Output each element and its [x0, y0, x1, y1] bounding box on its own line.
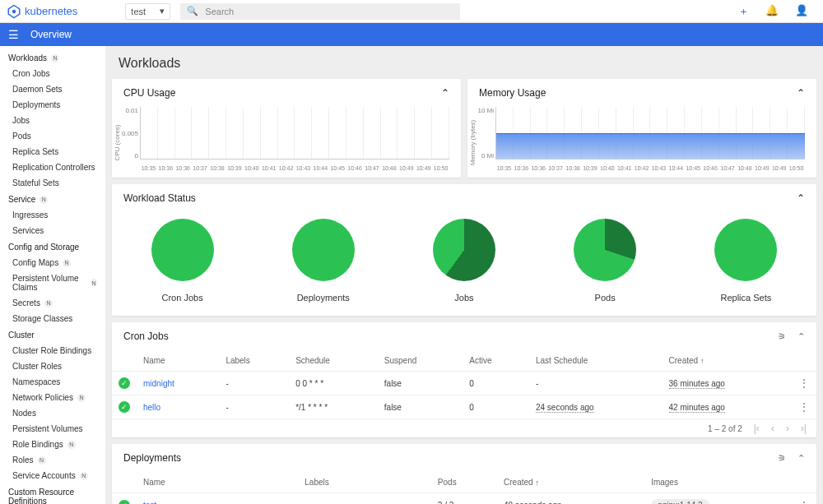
first-page-icon[interactable]: |‹	[754, 423, 760, 434]
bluebar-title: Overview	[30, 29, 72, 40]
status-pods[interactable]: Pods	[574, 219, 636, 303]
sidebar-item-stateful-sets[interactable]: Stateful Sets	[0, 175, 105, 191]
app-name: kubernetes	[25, 5, 77, 17]
sidebar-item-services[interactable]: Services	[0, 223, 105, 238]
sidebar-item-persistent-volumes[interactable]: Persistent Volumes	[0, 421, 105, 437]
collapse-icon[interactable]: ⌃	[797, 453, 805, 464]
collapse-icon[interactable]: ⌃	[797, 331, 805, 342]
image-chip: nginx:1.14.2	[651, 499, 709, 504]
svg-point-1	[12, 9, 16, 13]
sidebar-item-cron-jobs[interactable]: Cron Jobs	[0, 66, 105, 81]
cell-active: 0	[463, 372, 529, 395]
cell-labels: -	[298, 493, 431, 505]
sidebar-item-cluster-roles[interactable]: Cluster Roles	[0, 358, 105, 374]
n-badge: N	[44, 299, 53, 307]
x-ticks: 10:3510:3610:3610:3710:3810:3910:4010:41…	[140, 165, 449, 171]
filter-icon[interactable]: ⚞	[778, 453, 786, 464]
search-icon: 🔍	[187, 6, 198, 16]
col-header[interactable]: Last Schedule	[529, 350, 663, 372]
deployments-table: NameLabelsPodsCreated ↑Images ✓ test - 2…	[112, 472, 816, 504]
collapse-icon[interactable]: ⌃	[797, 192, 805, 204]
filter-icon[interactable]: ⚞	[778, 331, 786, 342]
workload-status-title: Workload Status	[123, 192, 196, 204]
sort-icon: ↑	[700, 357, 704, 365]
next-page-icon[interactable]: ›	[786, 423, 789, 434]
col-header[interactable]: Pods	[431, 472, 497, 493]
sidebar-section-custom-resource-definitions[interactable]: Custom Resource Definitions	[0, 483, 105, 504]
col-header[interactable]: Active	[463, 350, 529, 372]
cronjob-name-link[interactable]: midnight	[137, 372, 219, 395]
mem-chart: Memory (bytes) 10 Mi0 Mi 10:3510:3610:36…	[495, 107, 805, 171]
status-replica-sets[interactable]: Replica Sets	[714, 219, 777, 303]
cronjob-name-link[interactable]: hello	[137, 395, 219, 419]
collapse-icon[interactable]: ⌃	[797, 87, 805, 99]
search-input[interactable]: 🔍 Search	[180, 3, 460, 20]
cronjobs-card: Cron Jobs ⚞ ⌃ NameLabelsScheduleSuspendA…	[112, 322, 816, 437]
mem-fill	[496, 133, 805, 160]
col-header[interactable]: Name	[137, 350, 219, 372]
sidebar-item-nodes[interactable]: Nodes	[0, 405, 105, 421]
cpu-chart: CPU (cores) 0.010.0050 10:3510:3610:3610…	[140, 107, 449, 171]
bell-icon[interactable]: 🔔	[765, 4, 779, 19]
row-menu-icon[interactable]: ⋮	[798, 377, 810, 390]
sidebar-item-role-bindings[interactable]: Role Bindings N	[0, 437, 105, 452]
namespace-select[interactable]: test ▾	[125, 3, 170, 20]
prev-page-icon[interactable]: ‹	[771, 423, 774, 434]
status-ok-icon: ✓	[119, 500, 130, 505]
sidebar-item-service-accounts[interactable]: Service Accounts N	[0, 468, 105, 483]
col-header[interactable]: Images	[644, 472, 792, 493]
col-header[interactable]: Labels	[298, 472, 431, 493]
status-ok-icon: ✓	[119, 401, 130, 413]
user-icon[interactable]: 👤	[795, 4, 808, 19]
deployment-name-link[interactable]: test	[137, 493, 298, 505]
col-header[interactable]: Suspend	[378, 350, 463, 372]
sidebar-item-namespaces[interactable]: Namespaces	[0, 374, 105, 390]
y-axis-label: Memory (bytes)	[469, 120, 477, 166]
sidebar-item-ingresses[interactable]: Ingresses	[0, 207, 105, 223]
sidebar-item-network-policies[interactable]: Network Policies N	[0, 390, 105, 405]
add-icon[interactable]: ＋	[738, 4, 749, 19]
cpu-usage-card: CPU Usage ⌃ CPU (cores) 0.010.0050 10:35…	[112, 79, 461, 178]
last-page-icon[interactable]: ›|	[801, 423, 807, 434]
topbar: kubernetes test ▾ 🔍 Search ＋ 🔔 👤	[0, 0, 823, 23]
sidebar-item-cluster-role-bindings[interactable]: Cluster Role Bindings	[0, 343, 105, 358]
collapse-icon[interactable]: ⌃	[441, 87, 449, 99]
sidebar-section-config-and-storage[interactable]: Config and Storage	[0, 238, 105, 255]
hamburger-icon[interactable]: ☰	[8, 28, 19, 41]
sidebar-item-replication-controllers[interactable]: Replication Controllers	[0, 160, 105, 175]
sidebar-item-deployments[interactable]: Deployments	[0, 97, 105, 113]
donut-chart	[151, 219, 214, 281]
sidebar-item-pods[interactable]: Pods	[0, 128, 105, 144]
col-header[interactable]: Labels	[219, 350, 289, 372]
sidebar-section-cluster[interactable]: Cluster	[0, 326, 105, 343]
row-menu-icon[interactable]: ⋮	[798, 499, 810, 505]
col-header[interactable]: Schedule	[289, 350, 378, 372]
status-cron-jobs[interactable]: Cron Jobs	[151, 219, 214, 303]
cell-labels: -	[219, 395, 289, 419]
sidebar-section-workloads[interactable]: Workloads N	[0, 49, 105, 66]
status-jobs[interactable]: Jobs	[433, 219, 495, 303]
sidebar-item-replica-sets[interactable]: Replica Sets	[0, 144, 105, 160]
y-ticks: 10 Mi0 Mi	[477, 107, 494, 160]
sidebar-item-roles[interactable]: Roles N	[0, 452, 105, 468]
col-header[interactable]: Created ↑	[497, 472, 644, 493]
col-header[interactable]: Created ↑	[663, 350, 792, 372]
cell-schedule: */1 * * * *	[289, 395, 378, 419]
sidebar-item-storage-classes[interactable]: Storage Classes	[0, 311, 105, 326]
sidebar-item-secrets[interactable]: Secrets N	[0, 295, 105, 311]
cell-last-schedule: 24 seconds ago	[529, 395, 663, 419]
sidebar-section-service[interactable]: Service N	[0, 191, 105, 207]
sidebar-item-config-maps[interactable]: Config Maps N	[0, 255, 105, 270]
pagination-text: 1 – 2 of 2	[708, 424, 742, 433]
sidebar-item-persistent-volume-claims[interactable]: Persistent Volume Claims N	[0, 270, 105, 295]
status-label: Deployments	[292, 293, 355, 303]
col-header[interactable]: Name	[137, 472, 298, 493]
donut-chart	[714, 219, 777, 281]
sidebar-item-jobs[interactable]: Jobs	[0, 113, 105, 128]
row-menu-icon[interactable]: ⋮	[798, 400, 810, 414]
status-deployments[interactable]: Deployments	[292, 219, 355, 303]
sidebar-item-daemon-sets[interactable]: Daemon Sets	[0, 81, 105, 97]
donut-chart	[292, 219, 355, 281]
logo[interactable]: kubernetes	[7, 4, 77, 19]
x-ticks: 10:3510:3610:3610:3710:3810:3910:4010:41…	[495, 165, 805, 171]
